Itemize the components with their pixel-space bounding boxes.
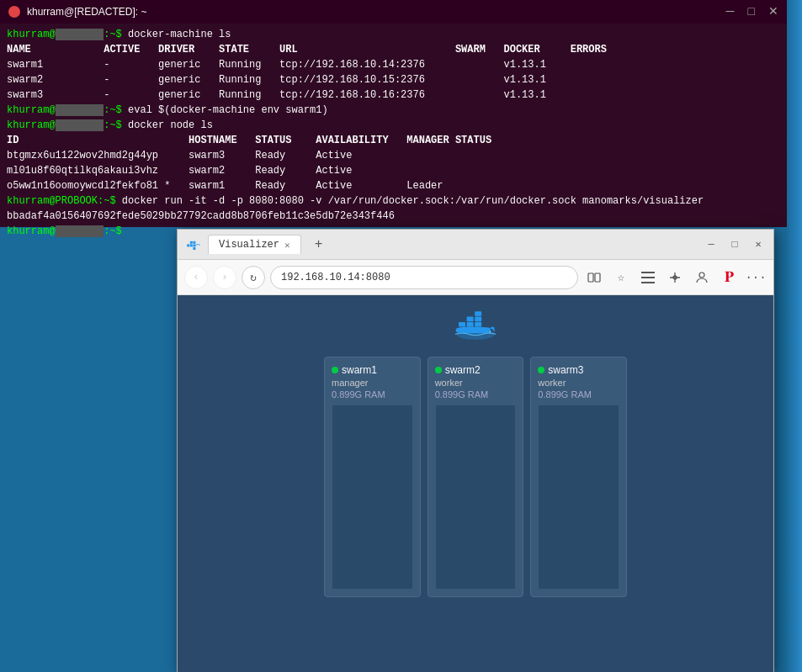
terminal-window: khurram@[REDACTED]: ~ ─ □ ✕ khurram@ :~$… xyxy=(0,0,787,227)
swarm-node-1: swarm1 manager 0.899G RAM xyxy=(324,357,421,597)
terminal-line-3: swarm1 - generic Running tcp://192.168.1… xyxy=(7,57,780,72)
terminal-line-5: swarm3 - generic Running tcp://192.168.1… xyxy=(7,87,780,103)
row-3: swarm3 - generic Running tcp://192.168.1… xyxy=(7,89,546,101)
back-button[interactable]: ‹ xyxy=(184,266,208,289)
node-3-ram: 0.899G RAM xyxy=(538,389,619,399)
svg-rect-6 xyxy=(588,273,593,282)
bookmark-icon[interactable]: ☆ xyxy=(610,267,632,288)
cmd-3: docker node ls xyxy=(128,119,213,131)
header-1: NAME ACTIVE DRIVER STATE URL SWARM DOCKE… xyxy=(7,44,607,56)
accounts-icon[interactable] xyxy=(691,267,713,288)
node-2-ram: 0.899G RAM xyxy=(435,389,517,399)
prompt-3: khurram@ :~$ xyxy=(7,119,128,131)
tools-icon[interactable] xyxy=(664,267,686,288)
node-2-content xyxy=(435,405,517,590)
new-tab-button[interactable]: + xyxy=(308,237,330,252)
node-3-status-dot xyxy=(538,367,544,373)
terminal-line-6: khurram@ :~$ eval $(docker-machine env s… xyxy=(7,103,780,118)
row-1: swarm1 - generic Running tcp://192.168.1… xyxy=(7,59,546,71)
terminal-titlebar: khurram@[REDACTED]: ~ ─ □ ✕ xyxy=(0,0,787,24)
terminal-line-7: khurram@ :~$ docker node ls xyxy=(7,118,780,133)
svg-rect-5 xyxy=(193,247,195,250)
browser-tab-visualizer[interactable]: Visualizer ✕ xyxy=(208,235,301,254)
svg-point-12 xyxy=(699,273,704,278)
svg-rect-8 xyxy=(641,272,655,273)
node-1-header: swarm1 xyxy=(332,364,413,376)
terminal-line-8: ID HOSTNAME STATUS AVAILABILITY MANAGER … xyxy=(7,133,780,148)
cmd-4: docker run -it -d -p 8080:8080 -v /var/r… xyxy=(122,195,704,207)
browser-favicon-icon xyxy=(186,237,201,252)
node-2-status-dot xyxy=(435,367,442,373)
pinterest-icon[interactable]: 𝐏 xyxy=(718,267,740,288)
svg-rect-9 xyxy=(641,277,655,278)
svg-rect-0 xyxy=(187,244,189,246)
svg-rect-18 xyxy=(475,317,481,322)
row-5: ml01u8f60qtilkq6akaui3vhz swarm2 Ready A… xyxy=(7,165,352,177)
terminal-close-btn[interactable] xyxy=(8,6,20,18)
terminal-line-12: khurram@PROBOOK:~$ docker run -it -d -p … xyxy=(7,193,780,209)
terminal-maximize-icon[interactable]: □ xyxy=(748,3,755,20)
node-1-content xyxy=(332,405,413,590)
cmd-1: docker-machine ls xyxy=(128,29,231,40)
node-1-status-dot xyxy=(332,367,338,373)
visualizer-content: swarm1 manager 0.899G RAM swarm2 worker … xyxy=(178,295,773,672)
terminal-line-4: swarm2 - generic Running tcp://192.168.1… xyxy=(7,72,780,87)
prompt-1: khurram@ :~$ xyxy=(7,29,128,40)
browser-window: Visualizer ✕ + ─ □ ✕ ‹ › ↻ 192.168.10.14… xyxy=(177,229,774,672)
terminal-window-controls: ─ □ ✕ xyxy=(726,3,778,20)
menu-icon[interactable] xyxy=(637,267,659,288)
tab-close-icon[interactable]: ✕ xyxy=(284,240,290,251)
terminal-line-11: o5ww1n16oomoywcdl2fekfo81 * swarm1 Ready… xyxy=(7,178,780,193)
prompt-5: khurram@ :~$ xyxy=(7,225,128,237)
node-2-role: worker xyxy=(435,378,517,388)
cmd-2: eval $(docker-machine env swarm1) xyxy=(128,104,328,116)
forward-button[interactable]: › xyxy=(213,266,236,289)
node-1-role: manager xyxy=(332,378,413,388)
svg-rect-3 xyxy=(193,244,195,246)
address-bar[interactable]: 192.168.10.14:8080 xyxy=(270,266,578,289)
more-options-icon[interactable]: ··· xyxy=(745,267,767,288)
node-1-name: swarm1 xyxy=(342,364,377,376)
terminal-body: khurram@ :~$ docker-machine ls NAME ACTI… xyxy=(0,24,787,242)
svg-rect-10 xyxy=(641,282,655,283)
browser-navbar: ‹ › ↻ 192.168.10.14:8080 ☆ 𝐏 ··· xyxy=(178,260,773,295)
swarm-node-2: swarm2 worker 0.899G RAM xyxy=(428,357,524,597)
prompt-2: khurram@ :~$ xyxy=(7,104,128,116)
terminal-line-9: btgmzx6u1122wov2hmd2g44yp swarm3 Ready A… xyxy=(7,148,780,163)
svg-rect-15 xyxy=(467,322,474,327)
prompt-4: khurram@PROBOOK:~$ xyxy=(7,195,122,207)
terminal-title: khurram@[REDACTED]: ~ xyxy=(27,5,726,19)
address-text: 192.168.10.14:8080 xyxy=(281,272,390,283)
browser-close-button[interactable]: ✕ xyxy=(752,238,765,251)
refresh-button[interactable]: ↻ xyxy=(242,266,265,289)
svg-rect-17 xyxy=(467,317,474,322)
browser-window-controls: ─ □ ✕ xyxy=(704,238,765,251)
svg-rect-19 xyxy=(475,311,481,316)
terminal-line-2: NAME ACTIVE DRIVER STATE URL SWARM DOCKE… xyxy=(7,42,780,57)
swarm-node-3: swarm3 worker 0.899G RAM xyxy=(530,357,627,597)
svg-rect-4 xyxy=(193,241,195,243)
node-1-ram: 0.899G RAM xyxy=(332,389,413,399)
terminal-line-13: bbadaf4a0156407692fede5029bb27792cadd8b8… xyxy=(7,209,780,224)
row-6: o5ww1n16oomoywcdl2fekfo81 * swarm1 Ready… xyxy=(7,180,443,192)
node-3-role: worker xyxy=(538,378,619,388)
terminal-line-10: ml01u8f60qtilkq6akaui3vhz swarm2 Ready A… xyxy=(7,163,780,178)
svg-rect-14 xyxy=(459,322,465,327)
terminal-minimize-icon[interactable]: ─ xyxy=(726,3,735,20)
browser-minimize-button[interactable]: ─ xyxy=(704,239,718,251)
terminal-line-1: khurram@ :~$ docker-machine ls xyxy=(7,27,780,42)
node-3-header: swarm3 xyxy=(538,364,619,376)
svg-rect-7 xyxy=(595,273,600,282)
desktop-right-strip xyxy=(787,0,802,672)
row-4: btgmzx6u1122wov2hmd2g44yp swarm3 Ready A… xyxy=(7,150,352,161)
swarm-grid: swarm1 manager 0.899G RAM swarm2 worker … xyxy=(324,357,627,597)
row-2: swarm2 - generic Running tcp://192.168.1… xyxy=(7,74,546,86)
node-2-name: swarm2 xyxy=(445,364,481,376)
docker-logo xyxy=(450,309,501,347)
tab-label: Visualizer xyxy=(219,239,279,251)
browser-maximize-button[interactable]: □ xyxy=(728,239,741,251)
svg-rect-16 xyxy=(475,322,481,327)
reader-mode-icon[interactable] xyxy=(583,267,605,288)
header-2: ID HOSTNAME STATUS AVAILABILITY MANAGER … xyxy=(7,135,491,146)
terminal-close-icon[interactable]: ✕ xyxy=(768,3,778,20)
